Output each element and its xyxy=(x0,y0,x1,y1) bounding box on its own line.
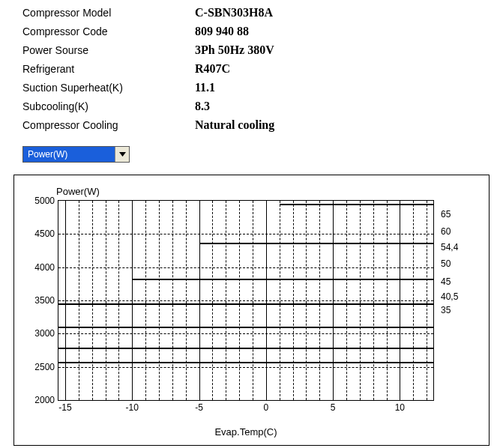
view-selector-value: Power(W) xyxy=(23,147,115,162)
y-axis: 2000250030003500400045005000 xyxy=(22,200,58,401)
view-selector[interactable]: Power(W) xyxy=(22,146,130,163)
series-label: 40,5 xyxy=(441,291,458,302)
plot-area: 656054,4504540,535 xyxy=(58,200,434,401)
spec-label: Compressor Code xyxy=(22,25,195,37)
spec-row: Power Sourse3Ph 50Hz 380V xyxy=(22,43,503,57)
series-label: 65 xyxy=(441,209,451,220)
x-axis: -15-10-50510 xyxy=(58,401,434,413)
spec-label: Refrigerant xyxy=(22,63,195,75)
y-tick-label: 2000 xyxy=(34,395,55,405)
spec-label: Compressor Model xyxy=(22,7,195,19)
series-line xyxy=(132,279,433,280)
series-label: 35 xyxy=(441,305,451,315)
x-axis-label: Evap.Temp(C) xyxy=(58,426,434,438)
y-tick-label: 3500 xyxy=(34,295,55,306)
series-line xyxy=(58,348,433,349)
y-tick-label: 2500 xyxy=(34,362,55,372)
spec-value: 3Ph 50Hz 380V xyxy=(195,43,274,57)
spec-value: 809 940 88 xyxy=(195,25,249,38)
spec-row: Suction Superheat(K)11.1 xyxy=(22,81,503,94)
series-line xyxy=(58,303,433,305)
spec-row: Compressor ModelC-SBN303H8A xyxy=(22,6,503,19)
y-tick-label: 3000 xyxy=(34,328,55,339)
spec-row: RefrigerantR407C xyxy=(22,62,503,76)
spec-label: Suction Superheat(K) xyxy=(22,82,195,94)
y-tick-label: 4000 xyxy=(34,262,55,273)
x-tick-label: 5 xyxy=(331,402,336,413)
series-label: 54,4 xyxy=(441,242,458,252)
x-tick-label: -10 xyxy=(126,402,139,413)
spec-value: 8.3 xyxy=(195,100,210,113)
series-line xyxy=(199,243,434,244)
series-label: 50 xyxy=(441,258,451,269)
x-tick-label: 10 xyxy=(395,402,405,413)
spec-row: Compressor CoolingNatural cooling xyxy=(22,118,503,132)
chart-panel: Power(W) 2000250030003500400045005000 65… xyxy=(13,175,490,446)
svg-marker-0 xyxy=(119,152,126,157)
series-line xyxy=(280,204,433,205)
y-tick-label: 4500 xyxy=(34,228,55,239)
spec-label: Subcooling(K) xyxy=(22,100,195,112)
x-tick-label: 0 xyxy=(263,402,268,413)
spec-value: R407C xyxy=(195,62,230,76)
x-tick-label: -5 xyxy=(195,402,203,413)
spec-value: Natural cooling xyxy=(195,118,274,132)
spec-label: Power Sourse xyxy=(22,44,195,56)
spec-row: Compressor Code809 940 88 xyxy=(22,25,503,38)
series-line xyxy=(58,327,433,328)
spec-label: Compressor Cooling xyxy=(22,119,195,131)
spec-table: Compressor ModelC-SBN303H8ACompressor Co… xyxy=(0,0,503,132)
y-tick-label: 5000 xyxy=(34,196,55,206)
chart-y-title: Power(W) xyxy=(56,186,481,197)
series-label: 45 xyxy=(441,276,451,287)
dropdown-arrow-icon[interactable] xyxy=(115,147,129,162)
x-tick-label: -15 xyxy=(58,402,71,413)
spec-value: C-SBN303H8A xyxy=(195,6,273,19)
series-line xyxy=(58,362,433,363)
spec-value: 11.1 xyxy=(195,81,215,94)
series-label: 60 xyxy=(441,226,451,237)
spec-row: Subcooling(K)8.3 xyxy=(22,100,503,113)
